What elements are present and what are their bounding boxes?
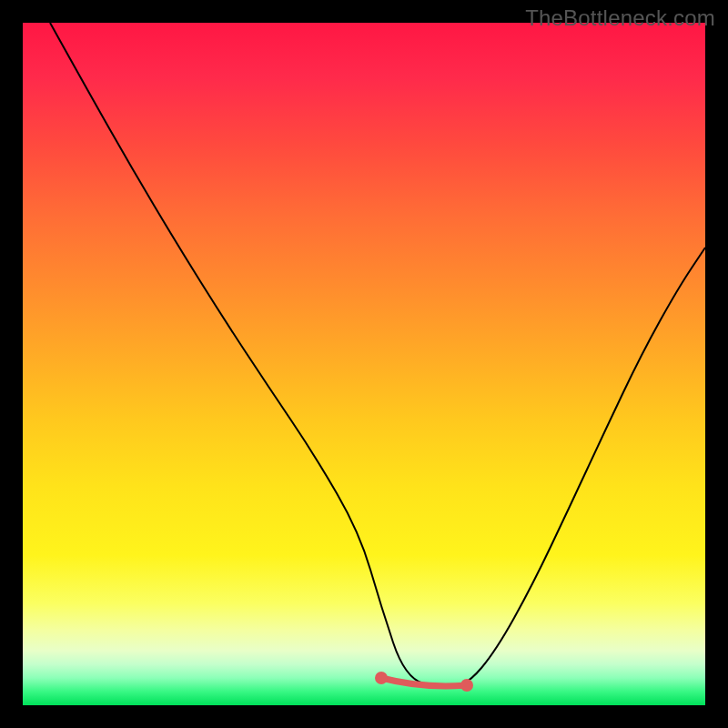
attribution-label: TheBottleneck.com xyxy=(525,5,715,31)
bottleneck-highlight xyxy=(381,678,467,686)
bottleneck-curve xyxy=(23,23,705,705)
highlight-endpoint-right xyxy=(460,679,473,692)
plot-area xyxy=(23,23,705,705)
chart-stage: TheBottleneck.com xyxy=(0,0,728,728)
highlight-endpoint-left xyxy=(375,672,388,684)
curve-path xyxy=(50,23,705,688)
